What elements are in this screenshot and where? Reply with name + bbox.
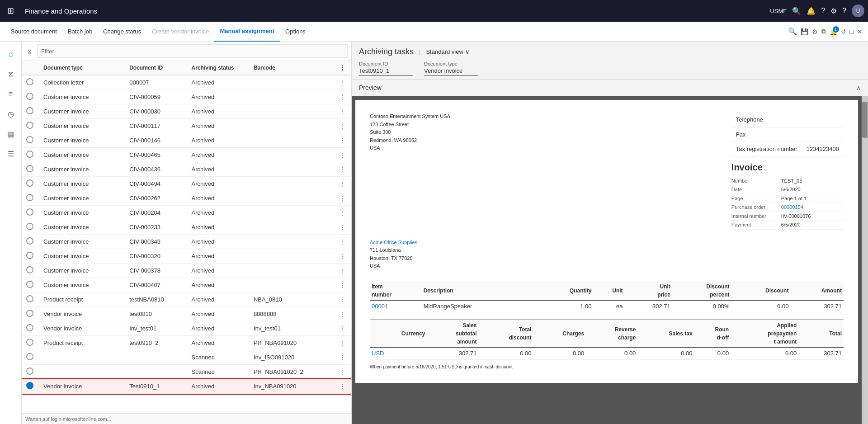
table-row[interactable]: Customer invoice CIV-000436 Archived ⋮ — [22, 162, 351, 177]
refresh-icon[interactable]: ↺ — [841, 28, 846, 35]
filter-input[interactable] — [37, 44, 348, 58]
table-row[interactable]: Vendor invoice Inv_test01 Archived Inv_t… — [22, 321, 351, 336]
source-document-button[interactable]: Source document — [5, 22, 62, 42]
radio-cell[interactable] — [22, 162, 39, 177]
more-cell[interactable]: ⋮ — [335, 278, 351, 292]
radio-cell[interactable] — [22, 379, 39, 394]
view-selector[interactable]: Standard view ∨ — [426, 48, 469, 55]
radio-button[interactable] — [26, 107, 33, 114]
radio-cell[interactable] — [22, 220, 39, 235]
more-cell[interactable]: ⋮ — [335, 264, 351, 278]
more-cell[interactable]: ⋮ — [335, 206, 351, 220]
radio-button[interactable] — [26, 266, 33, 273]
radio-cell[interactable] — [22, 104, 39, 119]
radio-button[interactable] — [26, 367, 33, 375]
item-number[interactable]: 00001 — [370, 300, 422, 312]
table-row[interactable]: Customer invoice CIV-000378 Archived ⋮ — [22, 264, 351, 278]
search-icon[interactable]: 🔍 — [792, 7, 801, 15]
more-cell[interactable]: ⋮ — [335, 162, 351, 177]
more-cell[interactable]: ⋮ — [335, 148, 351, 162]
table-row[interactable]: Customer invoice CIV-000204 Archived ⋮ — [22, 206, 351, 220]
radio-cell[interactable] — [22, 278, 39, 292]
po-value[interactable]: 00000154 — [781, 203, 844, 212]
more-cell[interactable]: ⋮ — [335, 90, 351, 104]
table-row[interactable]: Customer invoice CIV-000233 Archived ⋮ — [22, 220, 351, 235]
table-row[interactable]: Product receipt testNBA0810 Archived NBA… — [22, 292, 351, 307]
more-cell[interactable]: ⋮ — [335, 104, 351, 119]
radio-button[interactable] — [26, 382, 33, 389]
table-row[interactable]: Vendor invoice test0810 Archived 8888888… — [22, 307, 351, 321]
table-row[interactable]: Customer invoice CIV-000262 Archived ⋮ — [22, 191, 351, 206]
more-cell[interactable]: ⋮ — [335, 133, 351, 148]
more-cell[interactable]: ⋮ — [335, 177, 351, 191]
table-row[interactable]: Customer invoice CIV-000117 Archived ⋮ — [22, 119, 351, 133]
doc-id-value[interactable]: Test0910_1 — [359, 67, 413, 75]
more-cell[interactable]: ⋮ — [335, 307, 351, 321]
radio-cell[interactable] — [22, 177, 39, 191]
radio-button[interactable] — [26, 93, 33, 100]
avatar-icon[interactable]: U — [852, 5, 864, 17]
preview-scrollbar[interactable] — [862, 96, 868, 424]
change-status-button[interactable]: Change status — [98, 22, 146, 42]
command-search-icon[interactable]: 🔍 — [788, 27, 797, 36]
radio-cell[interactable] — [22, 336, 39, 350]
filter-icon[interactable]: ⧖ — [25, 46, 33, 57]
radio-button[interactable] — [26, 122, 33, 129]
maximize-icon[interactable]: □ — [850, 28, 854, 35]
more-cell[interactable]: ⋮ — [335, 249, 351, 264]
sidebar-list-icon[interactable]: ≡ — [2, 85, 20, 103]
more-cell[interactable]: ⋮ — [335, 365, 351, 379]
help-circle-icon[interactable]: ? — [821, 7, 825, 15]
doc-type-value[interactable]: Vendor invoice — [424, 67, 478, 75]
radio-cell[interactable] — [22, 119, 39, 133]
more-cell[interactable]: ⋮ — [335, 336, 351, 350]
table-row[interactable]: Scanned PR_NBA091020_2 ⋮ — [22, 365, 351, 379]
notification2-icon[interactable]: 🔔1 — [830, 28, 837, 35]
radio-button[interactable] — [26, 165, 33, 172]
more-cell[interactable]: ⋮ — [335, 321, 351, 336]
radio-button[interactable] — [26, 151, 33, 158]
more-cell[interactable]: ⋮ — [335, 350, 351, 365]
table-row[interactable]: Collection letter 000007 Archived ⋮ — [22, 75, 351, 90]
radio-button[interactable] — [26, 353, 33, 360]
table-row[interactable]: Customer invoice CIV-000349 Archived ⋮ — [22, 235, 351, 249]
radio-cell[interactable] — [22, 75, 39, 90]
table-row[interactable]: Customer invoice CIV-000059 Archived ⋮ — [22, 90, 351, 104]
radio-cell[interactable] — [22, 90, 39, 104]
radio-button[interactable] — [26, 136, 33, 143]
billing-company[interactable]: Acme Office Supplies — [370, 239, 844, 247]
sidebar-clock-icon[interactable]: ◷ — [2, 105, 20, 123]
table-row[interactable]: Customer invoice CIV-000494 Archived ⋮ — [22, 177, 351, 191]
radio-button[interactable] — [26, 208, 33, 216]
more-cell[interactable]: ⋮ — [335, 191, 351, 206]
table-row[interactable]: Customer invoice CIV-000465 Archived ⋮ — [22, 148, 351, 162]
radio-button[interactable] — [26, 223, 33, 230]
radio-cell[interactable] — [22, 148, 39, 162]
more-cell[interactable]: ⋮ — [335, 220, 351, 235]
collapse-icon[interactable]: ∧ — [856, 84, 861, 91]
radio-button[interactable] — [26, 324, 33, 331]
settings2-icon[interactable]: ⚙ — [812, 28, 818, 35]
radio-cell[interactable] — [22, 292, 39, 307]
table-row[interactable]: Customer invoice CIV-000320 Archived ⋮ — [22, 249, 351, 264]
settings-icon[interactable]: ⚙ — [830, 7, 837, 15]
more-cell[interactable]: ⋮ — [335, 379, 351, 394]
table-row[interactable]: Customer invoice CIV-000146 Archived ⋮ — [22, 133, 351, 148]
table-row[interactable]: Customer invoice CIV-000030 Archived ⋮ — [22, 104, 351, 119]
radio-button[interactable] — [26, 194, 33, 201]
radio-cell[interactable] — [22, 235, 39, 249]
radio-button[interactable] — [26, 78, 33, 85]
radio-button[interactable] — [26, 179, 33, 187]
radio-cell[interactable] — [22, 264, 39, 278]
grid-menu-icon[interactable]: ⊞ — [4, 6, 18, 16]
more-cell[interactable]: ⋮ — [335, 75, 351, 90]
radio-cell[interactable] — [22, 365, 39, 379]
radio-cell[interactable] — [22, 206, 39, 220]
notification-icon[interactable]: 🔔 — [807, 7, 816, 15]
radio-cell[interactable] — [22, 249, 39, 264]
radio-button[interactable] — [26, 310, 33, 317]
question-icon[interactable]: ? — [842, 7, 846, 15]
radio-button[interactable] — [26, 252, 33, 259]
batch-job-button[interactable]: Batch job — [62, 22, 98, 42]
sidebar-lines-icon[interactable]: ☰ — [2, 145, 20, 163]
